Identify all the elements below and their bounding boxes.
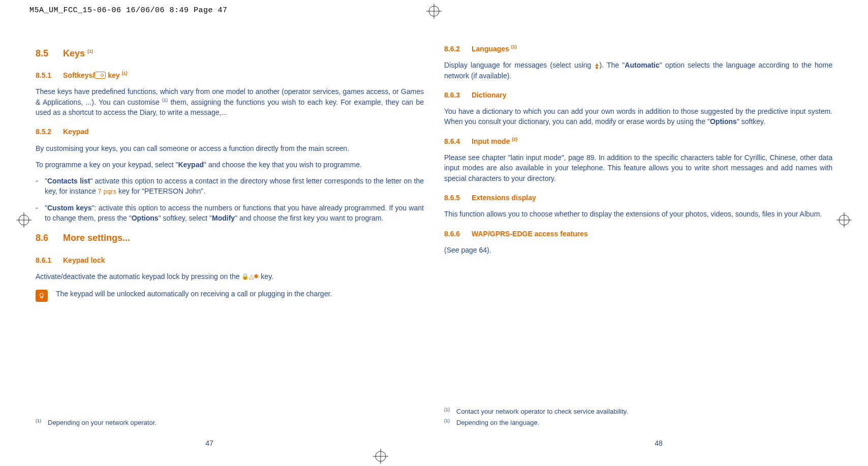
footnote-ref: (2) <box>512 137 517 142</box>
pages-container: 8.5Keys (1) 8.5.1Softkeys/ key (1) These… <box>0 6 868 428</box>
page-number: 48 <box>464 438 853 448</box>
note-text: The keypad will be unlocked automaticall… <box>56 289 332 299</box>
footnote-marker: (1) <box>444 418 456 424</box>
heading-number: 8.5.1 <box>36 70 63 80</box>
footnote-ref: (1) <box>87 49 93 54</box>
crop-mark-right <box>836 212 852 228</box>
heading-text: Softkeys/ <box>63 71 95 79</box>
lightbulb-icon <box>36 290 48 302</box>
page-left: 8.5Keys (1) 8.5.1Softkeys/ key (1) These… <box>36 42 424 428</box>
paragraph: This function allows you to choose wheth… <box>444 209 832 219</box>
footnote-marker: (1) <box>36 418 48 424</box>
heading-8-6-5: 8.6.5Extensions display <box>444 193 832 203</box>
footnote: (1)Depending on your network operator. <box>36 418 157 428</box>
heading-number: 8.6.1 <box>36 255 63 265</box>
crop-mark-top <box>426 4 442 19</box>
heading-text: Extensions display <box>472 194 536 202</box>
note-callout: The keypad will be unlocked automaticall… <box>36 289 424 302</box>
heading-text-2: key <box>106 71 121 79</box>
heading-number: 8.5 <box>36 47 63 60</box>
footnote-ref: (1) <box>121 71 127 76</box>
bullet-item: "Contacts list" activate this option to … <box>36 176 424 197</box>
footnote-text: Depending on your network operator. <box>48 419 157 426</box>
document-spread: M5A_UM_FCC_15-06-06 16/06/06 8:49 Page 4… <box>0 0 868 466</box>
lock-star-key-icon: 🔒△✱ <box>241 272 259 281</box>
paragraph: Display language for messages (select us… <box>444 60 832 81</box>
paragraph: These keys have predefined functions, wh… <box>36 86 424 117</box>
footnote-marker: (1) <box>444 407 456 413</box>
heading-text: WAP/GPRS-EDGE access features <box>472 230 588 238</box>
heading-8-5-1: 8.5.1Softkeys/ key (1) <box>36 70 424 80</box>
paragraph: Activate/deactivate the automatic keypad… <box>36 271 424 282</box>
footnote-ref: (1) <box>162 98 168 103</box>
heading-text: Keypad <box>63 128 89 136</box>
heading-text: Input mode <box>472 137 512 145</box>
heading-8-5: 8.5Keys (1) <box>36 47 424 60</box>
heading-number: 8.6.6 <box>444 229 472 239</box>
keypad-key-7: 7 pqrs <box>98 188 116 195</box>
paragraph: To programme a key on your keypad, selec… <box>36 160 424 170</box>
paragraph: By customising your keys, you can call s… <box>36 143 424 153</box>
heading-text: Dictionary <box>472 91 506 99</box>
footnote-text: Depending on the language. <box>456 419 539 426</box>
heading-number: 8.5.2 <box>36 127 63 137</box>
heading-text: Keypad lock <box>63 256 105 264</box>
bullet-item: "Custom keys": activate this option to a… <box>36 203 424 224</box>
paragraph: You have a dictionary to which you can a… <box>444 106 832 127</box>
heading-8-6-6: 8.6.6WAP/GPRS-EDGE access features <box>444 229 832 239</box>
heading-8-6-2: 8.6.2Languages (1) <box>444 44 832 54</box>
heading-8-6-1: 8.6.1Keypad lock <box>36 255 424 265</box>
paragraph: (See page 64). <box>444 245 832 255</box>
footnote: (1)Depending on the language. <box>444 418 628 428</box>
heading-number: 8.6 <box>36 231 63 244</box>
heading-8-6-4: 8.6.4Input mode (2) <box>444 136 832 146</box>
heading-number: 8.6.2 <box>444 44 472 54</box>
page-number: 47 <box>15 438 404 448</box>
print-header: M5A_UM_FCC_15-06-06 16/06/06 8:49 Page 4… <box>29 5 228 16</box>
crop-mark-left <box>16 212 32 228</box>
footnote-text: Contact your network operator to check s… <box>456 408 628 415</box>
heading-number: 8.6.4 <box>444 136 472 146</box>
footnote: (1)Contact your network operator to chec… <box>444 407 628 417</box>
camera-key-icon <box>95 72 106 79</box>
heading-text: Keys <box>63 48 87 58</box>
up-down-nav-icon: ▲▼ <box>595 63 600 70</box>
footnote-ref: (1) <box>511 44 517 49</box>
heading-text: More settings... <box>63 233 130 243</box>
page-right: 8.6.2Languages (1) Display language for … <box>444 42 832 428</box>
heading-number: 8.6.5 <box>444 193 472 203</box>
heading-8-6: 8.6More settings... <box>36 231 424 244</box>
heading-number: 8.6.3 <box>444 90 472 100</box>
crop-mark-bottom <box>373 449 388 464</box>
footnotes-left: (1)Depending on your network operator. <box>36 417 157 428</box>
heading-text: Languages <box>472 45 511 53</box>
paragraph: Please see chapter "latin input mode", p… <box>444 152 832 183</box>
heading-8-5-2: 8.5.2Keypad <box>36 127 424 137</box>
heading-8-6-3: 8.6.3Dictionary <box>444 90 832 100</box>
footnotes-right: (1)Contact your network operator to chec… <box>444 406 628 428</box>
